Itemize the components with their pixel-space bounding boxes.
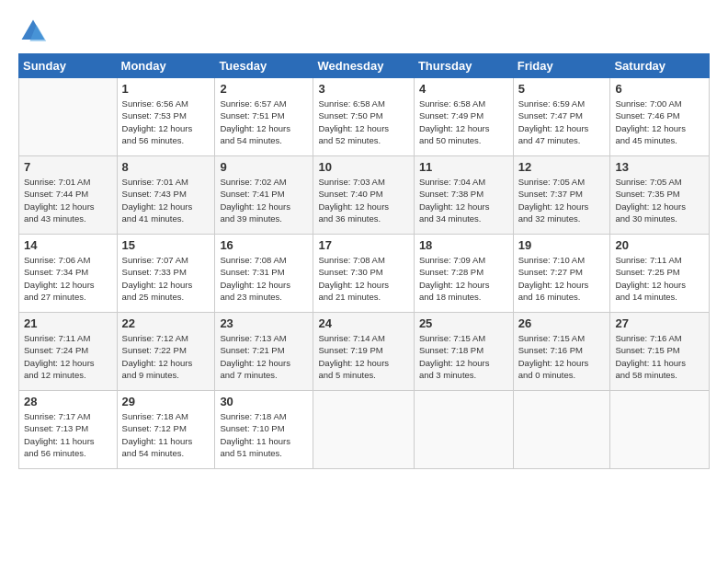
day-info: Sunrise: 7:12 AM Sunset: 7:22 PM Dayligh… [122, 332, 210, 381]
calendar-cell: 19Sunrise: 7:10 AM Sunset: 7:27 PM Dayli… [513, 235, 610, 313]
calendar-cell [513, 391, 610, 469]
calendar-cell: 14Sunrise: 7:06 AM Sunset: 7:34 PM Dayli… [19, 235, 118, 313]
day-number: 16 [220, 238, 308, 252]
day-number: 30 [220, 395, 308, 408]
week-row-5: 28Sunrise: 7:17 AM Sunset: 7:13 PM Dayli… [19, 391, 710, 469]
day-number: 19 [518, 238, 606, 252]
calendar-cell: 12Sunrise: 7:05 AM Sunset: 7:37 PM Dayli… [513, 156, 610, 235]
day-of-week-wednesday: Wednesday [313, 54, 414, 78]
calendar-cell: 26Sunrise: 7:15 AM Sunset: 7:16 PM Dayli… [513, 313, 610, 391]
days-of-week-row: SundayMondayTuesdayWednesdayThursdayFrid… [19, 54, 710, 78]
calendar-cell: 2Sunrise: 6:57 AM Sunset: 7:51 PM Daylig… [215, 78, 313, 156]
day-number: 21 [24, 316, 112, 330]
day-number: 14 [24, 238, 112, 252]
day-info: Sunrise: 6:58 AM Sunset: 7:49 PM Dayligh… [419, 98, 508, 146]
day-info: Sunrise: 7:13 AM Sunset: 7:21 PM Dayligh… [220, 332, 308, 381]
calendar: SundayMondayTuesdayWednesdayThursdayFrid… [18, 53, 710, 469]
week-row-3: 14Sunrise: 7:06 AM Sunset: 7:34 PM Dayli… [19, 235, 710, 313]
day-number: 8 [122, 160, 210, 174]
day-number: 26 [518, 316, 606, 330]
calendar-cell: 8Sunrise: 7:01 AM Sunset: 7:43 PM Daylig… [117, 156, 215, 235]
day-info: Sunrise: 7:18 AM Sunset: 7:10 PM Dayligh… [220, 410, 308, 459]
day-number: 4 [419, 82, 508, 96]
day-number: 3 [318, 82, 408, 96]
calendar-cell: 6Sunrise: 7:00 AM Sunset: 7:46 PM Daylig… [610, 78, 710, 156]
day-info: Sunrise: 7:01 AM Sunset: 7:43 PM Dayligh… [122, 176, 210, 224]
day-info: Sunrise: 7:11 AM Sunset: 7:25 PM Dayligh… [615, 254, 704, 303]
calendar-cell: 10Sunrise: 7:03 AM Sunset: 7:40 PM Dayli… [313, 156, 414, 235]
day-info: Sunrise: 7:11 AM Sunset: 7:24 PM Dayligh… [24, 332, 112, 381]
day-info: Sunrise: 7:16 AM Sunset: 7:15 PM Dayligh… [615, 332, 704, 381]
day-number: 5 [518, 82, 606, 96]
calendar-cell: 4Sunrise: 6:58 AM Sunset: 7:49 PM Daylig… [414, 78, 513, 156]
day-info: Sunrise: 7:15 AM Sunset: 7:16 PM Dayligh… [518, 332, 606, 381]
day-info: Sunrise: 7:05 AM Sunset: 7:37 PM Dayligh… [518, 176, 606, 224]
calendar-header: SundayMondayTuesdayWednesdayThursdayFrid… [19, 54, 710, 78]
day-number: 22 [122, 316, 210, 330]
calendar-cell: 13Sunrise: 7:05 AM Sunset: 7:35 PM Dayli… [610, 156, 710, 235]
calendar-cell: 16Sunrise: 7:08 AM Sunset: 7:31 PM Dayli… [215, 235, 313, 313]
calendar-cell [610, 391, 710, 469]
day-info: Sunrise: 7:18 AM Sunset: 7:12 PM Dayligh… [122, 410, 210, 459]
day-number: 23 [220, 316, 308, 330]
day-info: Sunrise: 6:57 AM Sunset: 7:51 PM Dayligh… [220, 98, 308, 146]
day-info: Sunrise: 7:05 AM Sunset: 7:35 PM Dayligh… [615, 176, 704, 224]
logo-icon [18, 17, 48, 46]
calendar-cell [313, 391, 414, 469]
calendar-cell: 18Sunrise: 7:09 AM Sunset: 7:28 PM Dayli… [414, 235, 513, 313]
calendar-cell: 23Sunrise: 7:13 AM Sunset: 7:21 PM Dayli… [215, 313, 313, 391]
day-info: Sunrise: 7:14 AM Sunset: 7:19 PM Dayligh… [318, 332, 408, 381]
day-info: Sunrise: 7:01 AM Sunset: 7:44 PM Dayligh… [24, 176, 112, 224]
day-number: 15 [122, 238, 210, 252]
day-info: Sunrise: 7:08 AM Sunset: 7:30 PM Dayligh… [318, 254, 408, 303]
day-of-week-thursday: Thursday [414, 54, 513, 78]
logo [18, 17, 51, 46]
day-number: 29 [122, 395, 210, 408]
calendar-cell: 30Sunrise: 7:18 AM Sunset: 7:10 PM Dayli… [215, 391, 313, 469]
day-of-week-friday: Friday [513, 54, 610, 78]
calendar-cell: 29Sunrise: 7:18 AM Sunset: 7:12 PM Dayli… [117, 391, 215, 469]
calendar-cell: 27Sunrise: 7:16 AM Sunset: 7:15 PM Dayli… [610, 313, 710, 391]
calendar-cell: 25Sunrise: 7:15 AM Sunset: 7:18 PM Dayli… [414, 313, 513, 391]
day-number: 28 [24, 395, 112, 408]
day-number: 18 [419, 238, 508, 252]
day-number: 9 [220, 160, 308, 174]
day-info: Sunrise: 7:15 AM Sunset: 7:18 PM Dayligh… [419, 332, 508, 381]
day-info: Sunrise: 7:04 AM Sunset: 7:38 PM Dayligh… [419, 176, 508, 224]
day-info: Sunrise: 7:00 AM Sunset: 7:46 PM Dayligh… [615, 98, 704, 146]
page: SundayMondayTuesdayWednesdayThursdayFrid… [0, 0, 728, 563]
calendar-cell: 1Sunrise: 6:56 AM Sunset: 7:53 PM Daylig… [117, 78, 215, 156]
day-info: Sunrise: 7:17 AM Sunset: 7:13 PM Dayligh… [24, 410, 112, 459]
day-info: Sunrise: 6:59 AM Sunset: 7:47 PM Dayligh… [518, 98, 606, 146]
day-info: Sunrise: 7:08 AM Sunset: 7:31 PM Dayligh… [220, 254, 308, 303]
day-number: 27 [615, 316, 704, 330]
calendar-cell: 3Sunrise: 6:58 AM Sunset: 7:50 PM Daylig… [313, 78, 414, 156]
calendar-body: 1Sunrise: 6:56 AM Sunset: 7:53 PM Daylig… [19, 78, 710, 469]
day-of-week-sunday: Sunday [19, 54, 118, 78]
day-info: Sunrise: 7:07 AM Sunset: 7:33 PM Dayligh… [122, 254, 210, 303]
calendar-cell: 22Sunrise: 7:12 AM Sunset: 7:22 PM Dayli… [117, 313, 215, 391]
day-info: Sunrise: 7:06 AM Sunset: 7:34 PM Dayligh… [24, 254, 112, 303]
calendar-cell: 5Sunrise: 6:59 AM Sunset: 7:47 PM Daylig… [513, 78, 610, 156]
week-row-1: 1Sunrise: 6:56 AM Sunset: 7:53 PM Daylig… [19, 78, 710, 156]
calendar-cell [414, 391, 513, 469]
day-info: Sunrise: 6:56 AM Sunset: 7:53 PM Dayligh… [122, 98, 210, 146]
calendar-cell [19, 78, 118, 156]
calendar-cell: 24Sunrise: 7:14 AM Sunset: 7:19 PM Dayli… [313, 313, 414, 391]
day-number: 7 [24, 160, 112, 174]
calendar-cell: 28Sunrise: 7:17 AM Sunset: 7:13 PM Dayli… [19, 391, 118, 469]
day-number: 2 [220, 82, 308, 96]
week-row-2: 7Sunrise: 7:01 AM Sunset: 7:44 PM Daylig… [19, 156, 710, 235]
calendar-cell: 21Sunrise: 7:11 AM Sunset: 7:24 PM Dayli… [19, 313, 118, 391]
calendar-cell: 20Sunrise: 7:11 AM Sunset: 7:25 PM Dayli… [610, 235, 710, 313]
day-number: 12 [518, 160, 606, 174]
day-info: Sunrise: 7:02 AM Sunset: 7:41 PM Dayligh… [220, 176, 308, 224]
day-number: 20 [615, 238, 704, 252]
day-number: 1 [122, 82, 210, 96]
header [18, 17, 710, 46]
calendar-cell: 9Sunrise: 7:02 AM Sunset: 7:41 PM Daylig… [215, 156, 313, 235]
day-number: 17 [318, 238, 408, 252]
day-number: 13 [615, 160, 704, 174]
day-info: Sunrise: 6:58 AM Sunset: 7:50 PM Dayligh… [318, 98, 408, 146]
day-number: 11 [419, 160, 508, 174]
